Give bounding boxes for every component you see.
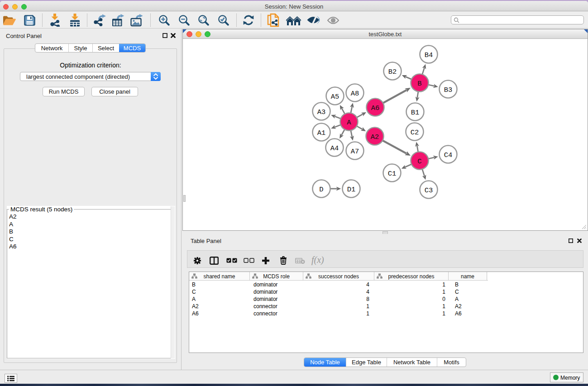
svg-text:A7: A7 <box>351 148 359 156</box>
svg-text:A6: A6 <box>371 104 380 112</box>
svg-text:A2: A2 <box>371 133 379 141</box>
svg-text:C1: C1 <box>388 170 397 178</box>
svg-text:B1: B1 <box>411 109 420 117</box>
svg-text:C3: C3 <box>425 186 433 195</box>
svg-text:A: A <box>347 119 351 127</box>
svg-text:A8: A8 <box>351 90 359 98</box>
svg-text:A4: A4 <box>330 144 339 152</box>
svg-text:C2: C2 <box>411 129 419 137</box>
svg-text:D: D <box>319 186 323 194</box>
svg-text:C: C <box>417 157 421 166</box>
svg-text:A3: A3 <box>317 108 326 116</box>
svg-text:B2: B2 <box>388 68 397 76</box>
svg-text:B: B <box>417 80 421 88</box>
svg-text:A1: A1 <box>317 129 326 137</box>
svg-text:B3: B3 <box>444 86 453 94</box>
svg-text:C4: C4 <box>444 151 453 159</box>
svg-text:B4: B4 <box>425 51 433 59</box>
svg-text:D1: D1 <box>347 186 356 194</box>
svg-text:A5: A5 <box>331 93 339 101</box>
